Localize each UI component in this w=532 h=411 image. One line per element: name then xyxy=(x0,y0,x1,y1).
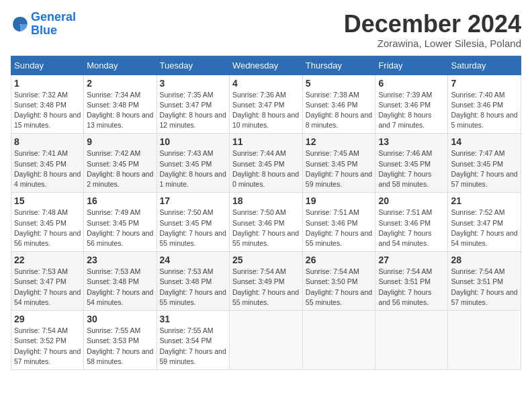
day-cell: 1Sunrise: 7:32 AMSunset: 3:48 PMDaylight… xyxy=(11,75,84,134)
day-cell: 8Sunrise: 7:41 AMSunset: 3:45 PMDaylight… xyxy=(11,134,84,193)
location-subtitle: Zorawina, Lower Silesia, Poland xyxy=(344,38,521,49)
day-cell xyxy=(375,311,448,370)
day-number: 7 xyxy=(451,78,518,89)
day-detail: Sunrise: 7:54 AMSunset: 3:51 PMDaylight:… xyxy=(378,267,445,308)
day-number: 19 xyxy=(306,195,373,206)
day-detail: Sunrise: 7:53 AMSunset: 3:48 PMDaylight:… xyxy=(160,267,226,308)
day-number: 2 xyxy=(87,78,153,89)
day-cell: 29Sunrise: 7:54 AMSunset: 3:52 PMDayligh… xyxy=(11,311,84,370)
day-cell: 21Sunrise: 7:52 AMSunset: 3:47 PMDayligh… xyxy=(448,193,521,252)
day-detail: Sunrise: 7:44 AMSunset: 3:45 PMDaylight:… xyxy=(232,148,300,189)
day-detail: Sunrise: 7:54 AMSunset: 3:52 PMDaylight:… xyxy=(14,326,81,367)
day-cell: 16Sunrise: 7:49 AMSunset: 3:45 PMDayligh… xyxy=(84,193,157,252)
logo-icon xyxy=(11,15,30,34)
day-number: 23 xyxy=(87,255,153,265)
day-cell: 12Sunrise: 7:45 AMSunset: 3:45 PMDayligh… xyxy=(302,134,375,193)
day-detail: Sunrise: 7:45 AMSunset: 3:45 PMDaylight:… xyxy=(306,148,373,189)
day-cell: 5Sunrise: 7:38 AMSunset: 3:46 PMDaylight… xyxy=(302,75,375,134)
day-number: 31 xyxy=(160,314,226,324)
day-detail: Sunrise: 7:43 AMSunset: 3:45 PMDaylight:… xyxy=(160,148,226,189)
day-cell: 30Sunrise: 7:55 AMSunset: 3:53 PMDayligh… xyxy=(84,311,157,370)
day-number: 25 xyxy=(232,255,300,265)
day-detail: Sunrise: 7:55 AMSunset: 3:53 PMDaylight:… xyxy=(87,326,153,367)
day-detail: Sunrise: 7:48 AMSunset: 3:45 PMDaylight:… xyxy=(14,208,81,248)
day-detail: Sunrise: 7:55 AMSunset: 3:54 PMDaylight:… xyxy=(160,326,226,367)
day-number: 14 xyxy=(451,136,518,147)
day-cell: 26Sunrise: 7:54 AMSunset: 3:50 PMDayligh… xyxy=(302,252,375,311)
day-cell: 22Sunrise: 7:53 AMSunset: 3:47 PMDayligh… xyxy=(11,252,84,311)
calendar-table: SundayMondayTuesdayWednesdayThursdayFrid… xyxy=(11,56,521,370)
day-number: 12 xyxy=(306,136,373,147)
day-number: 22 xyxy=(14,255,81,265)
day-number: 5 xyxy=(306,78,373,89)
day-number: 29 xyxy=(14,314,81,324)
day-cell: 23Sunrise: 7:53 AMSunset: 3:48 PMDayligh… xyxy=(84,252,157,311)
day-detail: Sunrise: 7:42 AMSunset: 3:45 PMDaylight:… xyxy=(87,148,153,189)
day-number: 3 xyxy=(160,78,226,89)
day-detail: Sunrise: 7:53 AMSunset: 3:48 PMDaylight:… xyxy=(87,267,153,308)
day-cell: 17Sunrise: 7:50 AMSunset: 3:45 PMDayligh… xyxy=(157,193,229,252)
day-cell xyxy=(448,311,521,370)
week-row-1: 1Sunrise: 7:32 AMSunset: 3:48 PMDaylight… xyxy=(11,75,521,134)
day-detail: Sunrise: 7:52 AMSunset: 3:47 PMDaylight:… xyxy=(451,208,518,248)
day-header-monday: Monday xyxy=(84,56,157,75)
day-number: 9 xyxy=(87,136,153,147)
day-cell: 15Sunrise: 7:48 AMSunset: 3:45 PMDayligh… xyxy=(11,193,84,252)
day-cell: 14Sunrise: 7:47 AMSunset: 3:45 PMDayligh… xyxy=(448,134,521,193)
day-detail: Sunrise: 7:51 AMSunset: 3:46 PMDaylight:… xyxy=(306,208,373,248)
day-detail: Sunrise: 7:54 AMSunset: 3:51 PMDaylight:… xyxy=(451,267,518,308)
day-header-tuesday: Tuesday xyxy=(157,56,229,75)
day-number: 20 xyxy=(378,195,445,206)
day-detail: Sunrise: 7:50 AMSunset: 3:46 PMDaylight:… xyxy=(232,208,300,248)
week-row-5: 29Sunrise: 7:54 AMSunset: 3:52 PMDayligh… xyxy=(11,311,521,370)
day-detail: Sunrise: 7:46 AMSunset: 3:45 PMDaylight:… xyxy=(378,148,445,189)
page-header: General Blue December 2024 Zorawina, Low… xyxy=(11,11,521,49)
week-row-2: 8Sunrise: 7:41 AMSunset: 3:45 PMDaylight… xyxy=(11,134,521,193)
day-detail: Sunrise: 7:54 AMSunset: 3:49 PMDaylight:… xyxy=(232,267,300,308)
day-cell: 18Sunrise: 7:50 AMSunset: 3:46 PMDayligh… xyxy=(229,193,302,252)
day-number: 30 xyxy=(87,314,153,324)
day-header-saturday: Saturday xyxy=(448,56,521,75)
day-cell: 6Sunrise: 7:39 AMSunset: 3:46 PMDaylight… xyxy=(375,75,448,134)
month-title: December 2024 xyxy=(344,11,521,38)
day-detail: Sunrise: 7:38 AMSunset: 3:46 PMDaylight:… xyxy=(306,90,373,131)
day-detail: Sunrise: 7:50 AMSunset: 3:45 PMDaylight:… xyxy=(160,208,226,248)
day-number: 13 xyxy=(378,136,445,147)
day-detail: Sunrise: 7:53 AMSunset: 3:47 PMDaylight:… xyxy=(14,267,81,308)
day-detail: Sunrise: 7:39 AMSunset: 3:46 PMDaylight:… xyxy=(378,90,445,131)
day-cell: 27Sunrise: 7:54 AMSunset: 3:51 PMDayligh… xyxy=(375,252,448,311)
day-detail: Sunrise: 7:35 AMSunset: 3:47 PMDaylight:… xyxy=(160,90,226,131)
day-number: 11 xyxy=(232,136,300,147)
day-detail: Sunrise: 7:40 AMSunset: 3:46 PMDaylight:… xyxy=(451,90,518,131)
day-cell: 28Sunrise: 7:54 AMSunset: 3:51 PMDayligh… xyxy=(448,252,521,311)
day-number: 15 xyxy=(14,195,81,206)
day-cell: 31Sunrise: 7:55 AMSunset: 3:54 PMDayligh… xyxy=(157,311,229,370)
day-cell: 20Sunrise: 7:51 AMSunset: 3:46 PMDayligh… xyxy=(375,193,448,252)
day-detail: Sunrise: 7:49 AMSunset: 3:45 PMDaylight:… xyxy=(87,208,153,248)
day-header-wednesday: Wednesday xyxy=(229,56,302,75)
day-cell xyxy=(302,311,375,370)
day-cell: 3Sunrise: 7:35 AMSunset: 3:47 PMDaylight… xyxy=(157,75,229,134)
day-number: 8 xyxy=(14,136,81,147)
day-number: 24 xyxy=(160,255,226,265)
day-number: 10 xyxy=(160,136,226,147)
day-detail: Sunrise: 7:41 AMSunset: 3:45 PMDaylight:… xyxy=(14,148,81,189)
day-cell: 25Sunrise: 7:54 AMSunset: 3:49 PMDayligh… xyxy=(229,252,302,311)
day-cell: 4Sunrise: 7:36 AMSunset: 3:47 PMDaylight… xyxy=(229,75,302,134)
day-cell: 10Sunrise: 7:43 AMSunset: 3:45 PMDayligh… xyxy=(157,134,229,193)
day-number: 1 xyxy=(14,78,81,89)
day-detail: Sunrise: 7:47 AMSunset: 3:45 PMDaylight:… xyxy=(451,148,518,189)
day-header-thursday: Thursday xyxy=(302,56,375,75)
day-detail: Sunrise: 7:34 AMSunset: 3:48 PMDaylight:… xyxy=(87,90,153,131)
day-number: 27 xyxy=(378,255,445,265)
day-cell: 9Sunrise: 7:42 AMSunset: 3:45 PMDaylight… xyxy=(84,134,157,193)
week-row-4: 22Sunrise: 7:53 AMSunset: 3:47 PMDayligh… xyxy=(11,252,521,311)
day-cell: 19Sunrise: 7:51 AMSunset: 3:46 PMDayligh… xyxy=(302,193,375,252)
day-number: 18 xyxy=(232,195,300,206)
day-detail: Sunrise: 7:36 AMSunset: 3:47 PMDaylight:… xyxy=(232,90,300,131)
day-cell: 13Sunrise: 7:46 AMSunset: 3:45 PMDayligh… xyxy=(375,134,448,193)
day-detail: Sunrise: 7:32 AMSunset: 3:48 PMDaylight:… xyxy=(14,90,81,131)
day-number: 28 xyxy=(451,255,518,265)
day-cell: 24Sunrise: 7:53 AMSunset: 3:48 PMDayligh… xyxy=(157,252,229,311)
logo-text: General Blue xyxy=(31,11,76,38)
